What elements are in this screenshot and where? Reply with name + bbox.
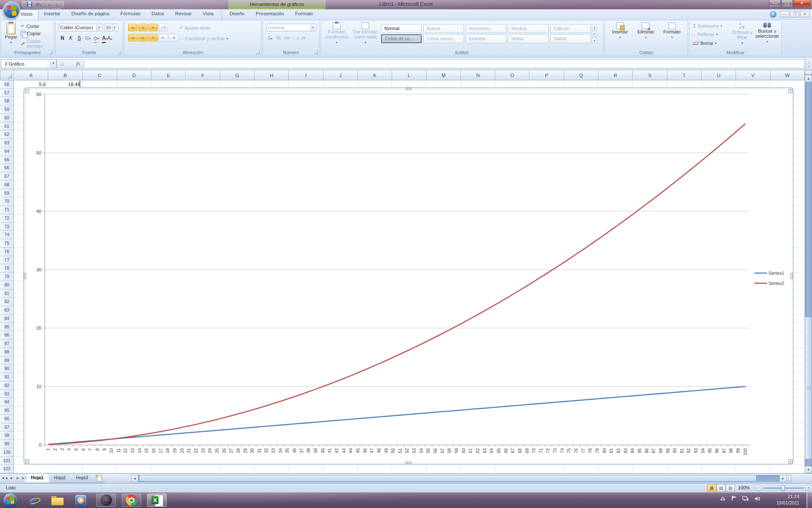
row-header-74[interactable]: 74 (0, 231, 14, 239)
first-sheet-button[interactable]: ◄◄ (1, 475, 7, 482)
align-center-button[interactable]: ≡ (138, 34, 148, 41)
chart-resize-handle[interactable] (25, 88, 29, 93)
row-header-101[interactable]: 101 (0, 457, 14, 465)
row-header-88[interactable]: 88 (0, 348, 14, 356)
show-desktop-button[interactable] (807, 492, 812, 508)
orientation-button[interactable]: ⤢▾ (159, 24, 168, 31)
row-header-87[interactable]: 87 (0, 340, 14, 348)
row-header-89[interactable]: 89 (0, 356, 14, 365)
cell-style-9[interactable]: Salida (550, 34, 591, 43)
scroll-up-button[interactable]: ▲ (805, 75, 812, 82)
column-header-K[interactable]: K (358, 70, 392, 80)
row-header-63[interactable]: 63 (0, 139, 14, 147)
select-all-corner[interactable] (0, 70, 14, 80)
window-minimize-button[interactable]: — (769, 0, 781, 7)
increase-indent-button[interactable]: ⇥ (169, 34, 178, 41)
vertical-scroll-thumb[interactable] (805, 317, 812, 459)
chart-resize-handle[interactable] (25, 459, 29, 464)
save-button[interactable] (26, 2, 33, 8)
row-header-76[interactable]: 76 (0, 248, 14, 256)
row-header-64[interactable]: 64 (0, 147, 14, 156)
row-header-56[interactable]: 56 (0, 80, 14, 89)
comma-style-button[interactable]: 000 (283, 34, 291, 42)
wrap-text-button[interactable]: ⏎ Ajustar texto (179, 25, 210, 30)
cell-style-4[interactable]: Cálculo (550, 24, 591, 33)
taskbar-windows-explorer[interactable] (47, 494, 67, 507)
column-header-F[interactable]: F (186, 70, 220, 80)
percent-style-button[interactable]: % (274, 34, 283, 42)
merge-center-button[interactable]: ⇔ Combinar y centrar▾ (179, 36, 228, 41)
gallery-scroll-down[interactable]: ▼ (592, 31, 597, 37)
tab-split-handle[interactable] (788, 475, 791, 482)
row-header-99[interactable]: 99 (0, 440, 14, 448)
font-dialog-launcher[interactable] (118, 51, 121, 54)
decrease-decimal-button[interactable]: .00→ (300, 34, 310, 42)
chart-resize-handle[interactable] (23, 273, 27, 280)
row-header-59[interactable]: 59 (0, 105, 14, 114)
row-header-84[interactable]: 84 (0, 315, 14, 323)
chart-resize-handle[interactable] (788, 459, 793, 464)
sheet-tab-hoja3[interactable]: Hoja3 (70, 474, 95, 483)
gallery-scroll-up[interactable]: ▲ (592, 24, 597, 30)
row-header-91[interactable]: 91 (0, 373, 14, 381)
row-header-71[interactable]: 71 (0, 206, 14, 214)
vertical-scrollbar[interactable]: ▲ ▼ (805, 70, 812, 473)
row-header-92[interactable]: 92 (0, 381, 14, 390)
row-header-83[interactable]: 83 (0, 306, 14, 315)
workbook-minimize-button[interactable]: — (780, 11, 789, 17)
help-button[interactable]: ? (770, 11, 776, 18)
number-dialog-launcher[interactable] (314, 51, 318, 54)
number-format-combo[interactable]: General▾ (266, 24, 317, 31)
series-line-Series2[interactable] (48, 124, 745, 444)
page-layout-view-button[interactable]: ▤ (716, 484, 726, 491)
vertical-split-box[interactable] (805, 70, 812, 75)
taskbar-media-player[interactable] (71, 494, 91, 507)
row-header-79[interactable]: 79 (0, 273, 14, 281)
scroll-left-button[interactable]: ◄ (131, 475, 138, 482)
row-header-81[interactable]: 81 (0, 290, 14, 298)
chart-resize-handle[interactable] (788, 88, 793, 93)
formula-input[interactable] (85, 59, 805, 68)
row-header-75[interactable]: 75 (0, 239, 14, 248)
column-header-U[interactable]: U (702, 70, 736, 80)
tab-insertar[interactable]: Insertar (38, 9, 66, 19)
column-header-R[interactable]: R (598, 70, 633, 80)
series-line-Series1[interactable] (48, 387, 745, 444)
column-header-G[interactable]: G (220, 70, 255, 80)
sort-filter-button[interactable]: AZ▼ Ordenar y filtrar▾ (730, 22, 754, 45)
column-header-J[interactable]: J (324, 70, 358, 80)
row-header-100[interactable]: 100 (0, 448, 14, 457)
row-header-72[interactable]: 72 (0, 214, 14, 223)
column-header-L[interactable]: L (392, 70, 426, 80)
tab-revisar[interactable]: Revisar (170, 9, 197, 19)
show-hidden-icons[interactable] (720, 497, 725, 500)
row-header-98[interactable]: 98 (0, 431, 14, 440)
column-header-Q[interactable]: Q (564, 70, 598, 80)
prev-sheet-button[interactable]: ◄ (8, 475, 14, 482)
action-center-flag-icon[interactable] (731, 496, 736, 501)
column-header-I[interactable]: I (289, 70, 323, 80)
cell-style-1[interactable]: Buena (423, 24, 464, 33)
insert-cells-button[interactable]: Insertar▾ (608, 22, 632, 39)
paste-button[interactable]: Pegar▾ (3, 22, 19, 44)
legend-entry-Series2[interactable]: Series2 (768, 281, 784, 286)
column-header-V[interactable]: V (736, 70, 770, 80)
increase-decimal-button[interactable]: ←.0 (291, 34, 299, 42)
chart-resize-handle[interactable] (405, 461, 412, 465)
font-name-combo[interactable]: Calibri (Cuerpo)▾ (58, 24, 103, 31)
column-header-M[interactable]: M (427, 70, 461, 80)
clipboard-dialog-launcher[interactable] (49, 51, 52, 54)
column-header-T[interactable]: T (667, 70, 702, 80)
scroll-down-button[interactable]: ▼ (805, 466, 812, 473)
taskbar-internet-explorer[interactable]: e (24, 494, 43, 507)
row-header-67[interactable]: 67 (0, 172, 14, 181)
taskbar-chrome[interactable] (122, 494, 141, 507)
font-size-combo[interactable]: 10▾ (104, 24, 118, 31)
name-box[interactable]: 2 Gráfico ▼ (1, 59, 57, 68)
row-header-68[interactable]: 68 (0, 181, 14, 189)
alignment-dialog-launcher[interactable] (256, 51, 260, 54)
fill-button[interactable]: ↓ Rellenar▾ (693, 32, 718, 37)
copy-button[interactable]: Copiar (21, 31, 41, 36)
bold-button[interactable]: N (58, 34, 66, 42)
column-header-B[interactable]: B (48, 70, 82, 80)
